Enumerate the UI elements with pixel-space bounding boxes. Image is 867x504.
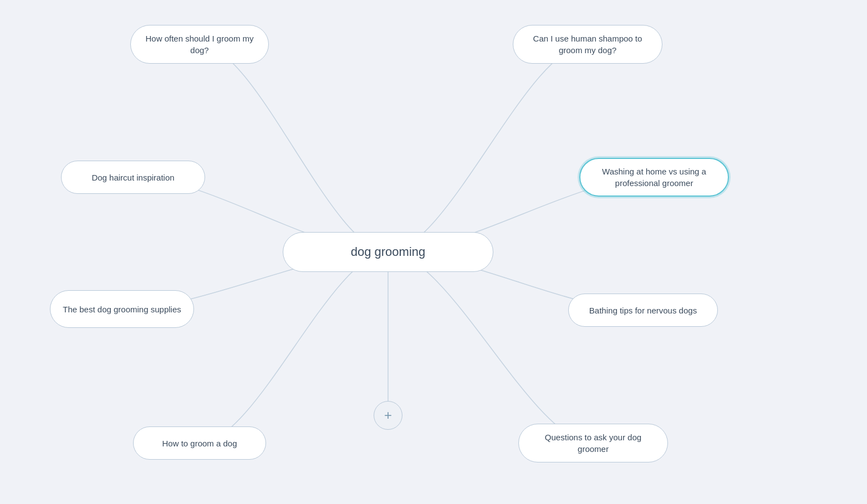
- branch-node-n8[interactable]: Questions to ask your dog groomer: [518, 424, 668, 462]
- branch-node-label-n8: Questions to ask your dog groomer: [531, 431, 655, 455]
- branch-line-n7: [200, 252, 388, 443]
- branch-node-label-n5: The best dog grooming supplies: [63, 304, 181, 315]
- branch-node-label-n7: How to groom a dog: [146, 438, 253, 449]
- mindmap-canvas: dog groomingHow often should I groom my …: [0, 0, 867, 504]
- branch-line-n2: [388, 44, 588, 252]
- add-node-button[interactable]: +: [374, 401, 402, 430]
- branch-node-n5[interactable]: The best dog grooming supplies: [50, 290, 194, 328]
- branch-node-n7[interactable]: How to groom a dog: [133, 426, 266, 460]
- branch-node-n1[interactable]: How often should I groom my dog?: [130, 25, 269, 64]
- branch-node-n2[interactable]: Can I use human shampoo to groom my dog?: [513, 25, 662, 64]
- branch-node-label-n2: Can I use human shampoo to groom my dog?: [526, 33, 650, 56]
- branch-node-label-n6: Bathing tips for nervous dogs: [581, 305, 705, 316]
- branch-node-n3[interactable]: Dog haircut inspiration: [61, 161, 205, 194]
- center-node[interactable]: dog grooming: [283, 232, 493, 272]
- branch-node-label-n4: Washing at home vs using a professional …: [593, 166, 716, 189]
- center-node-label: dog grooming: [295, 244, 481, 261]
- branch-line-n1: [200, 44, 388, 252]
- branch-line-n8: [388, 252, 593, 443]
- branch-node-n6[interactable]: Bathing tips for nervous dogs: [568, 294, 718, 327]
- branch-node-label-n1: How often should I groom my dog?: [143, 33, 256, 56]
- branch-node-label-n3: Dog haircut inspiration: [74, 172, 192, 183]
- branch-node-n4[interactable]: Washing at home vs using a professional …: [579, 158, 729, 197]
